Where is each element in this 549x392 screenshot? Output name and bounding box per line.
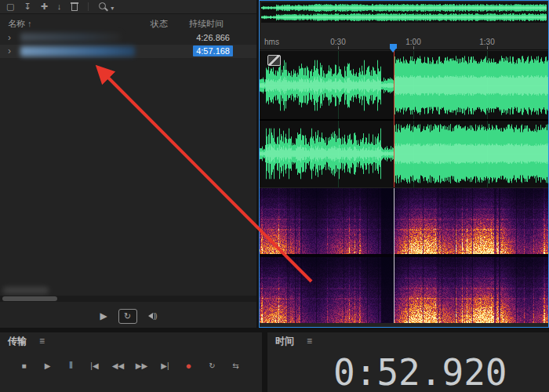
scrollbar-thumb[interactable] — [2, 296, 57, 301]
skip-selection-button[interactable]: ⇆ — [227, 358, 244, 374]
transport-panel-header: 传输 ≡ — [0, 332, 262, 350]
skip-to-start-button[interactable]: |◀ — [86, 358, 103, 374]
new-file-icon[interactable]: ▢ — [6, 0, 14, 13]
file-duration: 4:26.866 — [196, 33, 230, 42]
ruler-tick-mark — [413, 46, 414, 49]
ruler-tick-mark — [338, 46, 339, 49]
search-icon[interactable]: ▾ — [98, 2, 114, 12]
files-panel: ▢ ↧ ✚ ↓ ▾ 名称↑ 状态 持续时间 › 4:26.866 › — [0, 0, 256, 328]
waveform-display[interactable] — [260, 51, 548, 187]
file-list-header: 名称↑ 状态 持续时间 — [0, 18, 256, 30]
panel-menu-icon[interactable]: ≡ — [307, 336, 312, 347]
waveform-editor-panel: hms 0:30 1:00 1:30 — [259, 0, 549, 328]
magnifier-icon — [99, 2, 106, 9]
rewind-button[interactable]: ◀◀ — [110, 358, 126, 374]
spectrogram-canvas[interactable] — [260, 188, 548, 323]
playhead-marker[interactable] — [390, 44, 397, 49]
time-panel-title: 时间 — [275, 335, 294, 348]
expander-icon[interactable]: › — [8, 45, 11, 56]
file-name-redacted — [20, 46, 135, 56]
preview-play-button[interactable]: ▶ — [100, 310, 107, 321]
playhead-line[interactable] — [394, 51, 394, 187]
ruler-tick-label: 1:30 — [471, 38, 503, 46]
skip-to-end-button[interactable]: ▶| — [157, 358, 173, 374]
sound-waves-icon: )) — [154, 312, 157, 320]
files-toolbar: ▢ ↧ ✚ ↓ ▾ — [0, 0, 256, 14]
stop-button[interactable]: ■ — [16, 358, 32, 374]
preview-volume-button[interactable]: )) — [148, 312, 157, 320]
file-duration: 4:57.168 — [193, 45, 233, 56]
playhead-line[interactable] — [394, 188, 394, 323]
transport-panel-title: 传输 — [8, 335, 27, 348]
channel-badge-icon — [267, 55, 281, 66]
file-row-selected[interactable]: › 4:57.168 — [0, 45, 256, 58]
ruler-unit-label: hms — [264, 38, 279, 46]
status-text-redacted — [3, 287, 49, 294]
column-status[interactable]: 状态 — [151, 18, 168, 30]
toolbar-divider — [88, 2, 89, 11]
import-file-icon[interactable]: ↧ — [24, 0, 31, 13]
delete-icon[interactable] — [71, 2, 78, 12]
horizontal-scrollbar[interactable] — [0, 296, 256, 302]
preview-controls: ▶ ↻ )) — [0, 306, 256, 326]
fast-forward-button[interactable]: ▶▶ — [133, 358, 150, 374]
ruler-tick-label: 1:00 — [398, 38, 429, 46]
expander-icon[interactable]: › — [8, 32, 11, 43]
column-duration[interactable]: 持续时间 — [189, 18, 224, 30]
play-button[interactable]: ▶ — [39, 358, 56, 374]
export-file-icon[interactable]: ↓ — [57, 0, 62, 13]
insert-into-multitrack-icon[interactable]: ✚ — [41, 0, 48, 13]
transport-buttons: ■ ▶ ‖ |◀ ◀◀ ▶▶ ▶| ● ↻ ⇆ — [16, 358, 244, 374]
file-row[interactable]: › 4:26.866 — [0, 31, 256, 44]
column-name-label: 名称 — [8, 19, 25, 28]
panel-menu-icon[interactable]: ≡ — [39, 336, 45, 347]
time-display: 0:52.920 — [333, 351, 507, 392]
speaker-icon — [148, 313, 153, 319]
time-panel: 时间 ≡ 0:52.920 — [267, 332, 549, 392]
ruler-tick-label: 0:30 — [322, 38, 354, 46]
file-name-redacted — [20, 33, 121, 42]
waveform-canvas[interactable] — [260, 51, 548, 187]
ruler-tick-mark — [487, 46, 488, 49]
loop-playback-button[interactable]: ↻ — [204, 358, 220, 374]
spectrogram-display[interactable] — [260, 188, 548, 323]
column-name[interactable]: 名称↑ — [8, 18, 32, 30]
timeline-ruler[interactable]: hms 0:30 1:00 1:30 — [260, 35, 548, 50]
zoom-navigator[interactable] — [261, 2, 547, 23]
transport-panel: 传输 ≡ ■ ▶ ‖ |◀ ◀◀ ▶▶ ▶| ● ↻ ⇆ — [0, 332, 262, 392]
sort-ascending-icon: ↑ — [27, 19, 32, 28]
preview-loop-button[interactable]: ↻ — [118, 309, 137, 324]
audition-window: ▢ ↧ ✚ ↓ ▾ 名称↑ 状态 持续时间 › 4:26.866 › — [0, 0, 549, 392]
time-panel-header: 时间 ≡ — [267, 332, 549, 350]
record-button[interactable]: ● — [180, 358, 197, 374]
pause-button[interactable]: ‖ — [63, 358, 79, 374]
chevron-down-icon: ▾ — [111, 2, 114, 15]
